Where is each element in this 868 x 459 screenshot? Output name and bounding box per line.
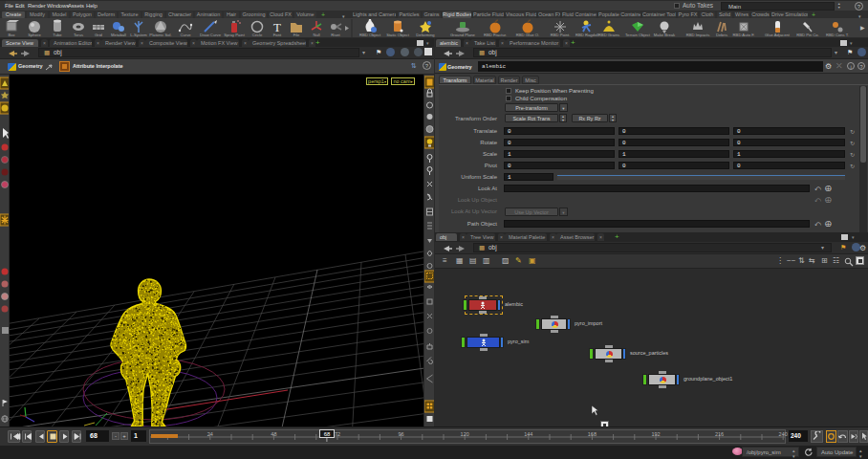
svg-text:240: 240 — [779, 431, 788, 437]
svg-text:48: 48 — [271, 431, 276, 437]
svg-text:24: 24 — [207, 431, 213, 437]
svg-text:216: 216 — [715, 431, 724, 437]
svg-text:72: 72 — [335, 431, 340, 437]
svg-text:144: 144 — [524, 431, 532, 437]
svg-text:168: 168 — [588, 431, 597, 437]
svg-text:96: 96 — [399, 431, 404, 437]
svg-text:120: 120 — [461, 431, 469, 437]
svg-text:192: 192 — [651, 431, 660, 437]
